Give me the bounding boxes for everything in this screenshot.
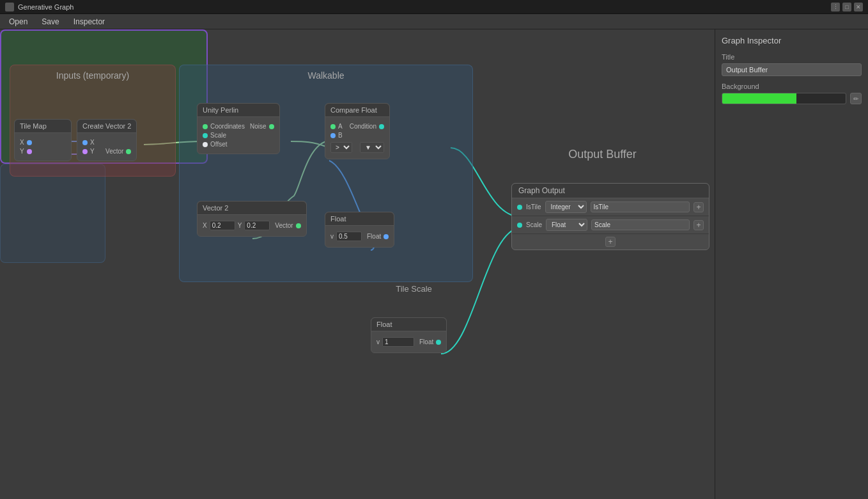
vec2-y-input[interactable]: [244, 221, 270, 230]
go-istile-name-input[interactable]: [591, 202, 690, 212]
menu-inspector[interactable]: Inspector: [67, 16, 111, 28]
float-out-label: Float: [367, 233, 381, 240]
go-scale-add-button[interactable]: +: [694, 220, 704, 230]
go-scale-port-label: Scale: [526, 221, 542, 228]
node-perlin-scale-row: Scale: [203, 132, 274, 139]
perlin-noise-label: Noise: [250, 123, 267, 130]
perlin-noise-port-out[interactable]: [269, 124, 274, 129]
titlebar-controls: ⋮ □ ✕: [831, 3, 863, 12]
graph-output-row-istile: IsTile Integer Float Boolean +: [512, 198, 709, 216]
inspector-title: Graph Inspector: [722, 36, 862, 45]
go-scale-type-select[interactable]: Float Integer Boolean: [546, 219, 587, 231]
node-vector2: Vector 2 X Y Vector: [197, 201, 307, 237]
node-perlin-coords-row: Coordinates Noise: [203, 123, 274, 130]
node-tilemap-body: X Y: [15, 133, 71, 161]
float-port-out[interactable]: [384, 234, 389, 239]
node-tile-scale-float-body: v Float: [371, 331, 446, 352]
node-tilemap-header: Tile Map: [15, 120, 71, 133]
perlin-offset-label: Offset: [210, 141, 228, 148]
cf-a-port-in[interactable]: [330, 124, 336, 129]
group-inputs-title: Inputs (temporary): [56, 70, 129, 81]
canvas-area[interactable]: Inputs (temporary) Walkable Output Buffe…: [0, 29, 715, 499]
node-compare-float: Compare Float A Condition B > <: [325, 103, 390, 159]
createvec2-x-port-in[interactable]: [82, 140, 88, 145]
node-vec2-xy-row: X Y Vector: [203, 221, 301, 230]
group-walkable-title: Walkable: [307, 70, 344, 81]
node-cf-a-row: A Condition: [330, 123, 384, 130]
cf-mode-select[interactable]: ▼: [360, 142, 384, 153]
node-perlin-offset-row: Offset: [203, 141, 274, 148]
node-cf-b-row: B: [330, 132, 384, 139]
node-cf-op-row: > < = ▼: [330, 141, 384, 153]
node-tile-scale-float: Float v Float: [371, 317, 447, 353]
cf-operator-select[interactable]: > < =: [330, 142, 352, 153]
go-scale-name-input[interactable]: [591, 219, 690, 230]
node-tilemap: Tile Map X Y: [14, 119, 72, 161]
titlebar-left: Generative Graph: [5, 3, 74, 12]
tile-scale-title: Tile Scale: [361, 284, 467, 294]
node-tsc-v-row: v Float: [376, 337, 441, 347]
node-tilemap-row-x: X: [20, 139, 66, 146]
perlin-scale-port-in[interactable]: [203, 133, 208, 138]
node-tile-scale-float-header: Float: [371, 318, 446, 331]
node-createvec2-header: Create Vector 2: [77, 120, 136, 133]
tilemap-x-label: X: [20, 139, 24, 146]
graph-output-add-row: +: [512, 234, 709, 249]
tsc-port-out[interactable]: [436, 340, 441, 345]
node-createvec2-body: X Y Vector: [77, 133, 136, 161]
node-float: Float v Float: [325, 212, 394, 248]
go-istile-add-button[interactable]: +: [694, 202, 704, 212]
node-tilemap-row-y: Y: [20, 148, 66, 155]
inspector-title-label: Title: [722, 53, 862, 61]
app-title: Generative Graph: [18, 3, 74, 11]
graph-output-row-scale: Scale Float Integer Boolean +: [512, 216, 709, 234]
node-unity-perlin: Unity Perlin Coordinates Noise Scale Off…: [197, 103, 280, 154]
go-scale-port-in[interactable]: [517, 223, 522, 228]
tilemap-y-port-out[interactable]: [27, 149, 32, 154]
graph-output-header: Graph Output: [512, 184, 709, 198]
app-icon: [5, 3, 14, 12]
createvec2-x-label: X: [90, 139, 95, 146]
cf-b-port-in[interactable]: [330, 133, 336, 138]
menubar: Open Save Inspector: [0, 14, 868, 29]
node-createvec2-row-y: Y Vector: [82, 148, 131, 155]
close-button[interactable]: ✕: [854, 3, 863, 12]
inspector-panel: Graph Inspector Title Background ✏: [715, 29, 868, 499]
node-float-body: v Float: [325, 226, 394, 247]
titlebar: Generative Graph ⋮ □ ✕: [0, 0, 868, 14]
createvec2-y-port-in[interactable]: [82, 149, 88, 154]
group-tile-scale: [0, 164, 105, 263]
perlin-coords-port-in[interactable]: [203, 124, 208, 129]
cf-condition-label: Condition: [350, 123, 376, 130]
perlin-offset-port-in[interactable]: [203, 142, 208, 147]
cf-condition-port-out[interactable]: [379, 124, 384, 129]
menu-save[interactable]: Save: [35, 16, 65, 28]
float-v-input[interactable]: [336, 232, 362, 241]
createvec2-vector-port-out[interactable]: [126, 149, 131, 154]
graph-output-panel: Graph Output IsTile Integer Float Boolea…: [511, 183, 709, 250]
createvec2-y-label: Y: [90, 148, 95, 155]
perlin-coords-label: Coordinates: [210, 123, 245, 130]
go-istile-port-in[interactable]: [517, 205, 522, 210]
tsc-v-input[interactable]: [382, 337, 414, 347]
more-options-button[interactable]: ⋮: [831, 3, 840, 12]
vec2-x-input[interactable]: [210, 221, 235, 230]
menu-open[interactable]: Open: [3, 16, 34, 28]
go-istile-port-label: IsTile: [526, 203, 541, 210]
tsc-out-label: Float: [419, 338, 433, 345]
maximize-button[interactable]: □: [842, 3, 851, 12]
tilemap-y-label: Y: [20, 148, 24, 155]
background-color-picker-button[interactable]: ✏: [850, 93, 862, 104]
background-color-bar[interactable]: [722, 93, 846, 104]
node-createvec2-row-x: X: [82, 139, 131, 146]
go-istile-type-select[interactable]: Integer Float Boolean: [545, 201, 587, 213]
node-unity-perlin-body: Coordinates Noise Scale Offset: [198, 117, 279, 154]
float-v-label: v: [330, 233, 334, 240]
node-createvec2: Create Vector 2 X Y Vector: [77, 119, 137, 161]
node-unity-perlin-header: Unity Perlin: [198, 104, 279, 117]
vec2-vector-port-out[interactable]: [296, 223, 301, 228]
graph-output-add-entry-button[interactable]: +: [605, 237, 616, 247]
cf-a-label: A: [338, 123, 343, 130]
inspector-title-input[interactable]: [722, 63, 862, 76]
tilemap-x-port-out[interactable]: [27, 140, 32, 145]
